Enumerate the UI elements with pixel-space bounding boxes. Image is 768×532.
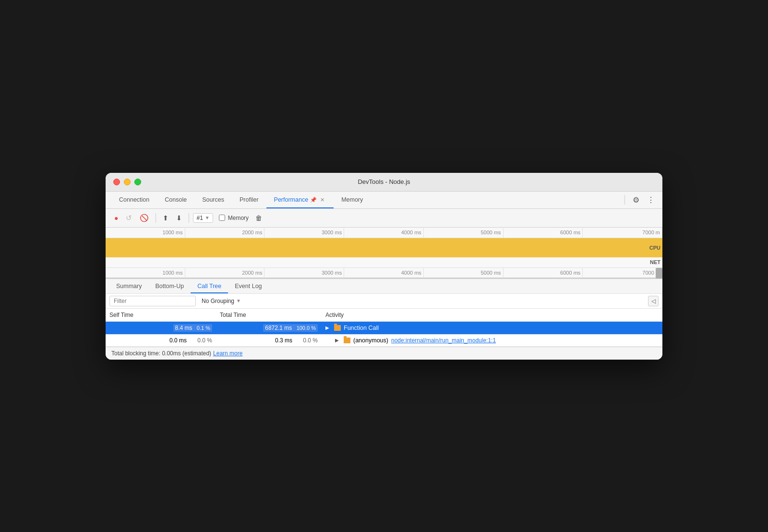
folder-icon: [334, 325, 341, 331]
tab-event-log[interactable]: Event Log: [228, 279, 268, 293]
minimize-button[interactable]: [124, 179, 131, 185]
ruler-mark-1: 2000 ms: [185, 227, 265, 238]
memory-checkbox-input[interactable]: [219, 215, 225, 221]
tab-bottom-up[interactable]: Bottom-Up: [148, 279, 191, 293]
record-id-label: #1: [196, 215, 203, 221]
status-text: Total blocking time: 0.00ms (estimated): [111, 350, 211, 357]
table-body: 8.4 ms 0.1 % 6872.1 ms 100.0 % ▶Function…: [106, 321, 662, 346]
activity-link[interactable]: node:internal/main/run_main_module:1:1: [391, 337, 496, 344]
ruler-mark-6: 7000 m: [583, 227, 662, 238]
tab-console[interactable]: Console: [157, 192, 194, 208]
toolbar: ● ↺ 🚫 ⬆ ⬇ #1 ▼ Memory 🗑: [106, 209, 662, 228]
activity-name: Function Call: [344, 325, 379, 331]
stop-icon: 🚫: [140, 214, 149, 222]
upload-button[interactable]: ⬆: [160, 212, 171, 224]
gear-icon: ⚙: [633, 195, 639, 205]
cpu-label: CPU: [649, 245, 660, 251]
reload-button[interactable]: ↺: [123, 212, 135, 224]
scrollbar-thumb[interactable]: [656, 268, 662, 278]
window-title: DevTools - Node.js: [358, 178, 410, 185]
record-icon: ●: [114, 214, 118, 222]
tab-profiler[interactable]: Profiler: [232, 192, 266, 208]
self-time-header: Self Time: [106, 309, 216, 322]
tab-close-icon[interactable]: ✕: [319, 196, 326, 204]
bottom-panel: Summary Bottom-Up Call Tree Event Log No…: [106, 278, 662, 347]
filter-row: No Grouping ▼ ◁: [106, 294, 662, 309]
self-time-value: 0.0 ms: [158, 337, 187, 344]
download-icon: ⬇: [176, 214, 182, 222]
nav-divider: [624, 195, 625, 205]
total-time-value: 6872.1 ms 100.0 %: [263, 324, 318, 332]
expand-arrow-icon[interactable]: ▶: [335, 338, 341, 343]
more-button[interactable]: ⋮: [645, 193, 657, 206]
expand-icon: ◁: [651, 298, 656, 304]
dropdown-icon: ▼: [236, 298, 241, 303]
memory-checkbox-label: Memory: [219, 215, 249, 221]
pin-icon: 📌: [310, 197, 317, 203]
ruler-mark-b2: 3000 ms: [264, 267, 344, 278]
settings-button[interactable]: ⚙: [631, 193, 641, 206]
timeline-section: 1000 ms 2000 ms 3000 ms 4000 ms 5000 ms …: [106, 228, 662, 278]
nav-tabs: Connection Console Sources Profiler Perf…: [106, 192, 662, 209]
tab-performance[interactable]: Performance 📌 ✕: [266, 192, 334, 208]
record-button[interactable]: ●: [111, 212, 121, 224]
ruler-mark-4: 5000 ms: [424, 227, 504, 238]
close-button[interactable]: [113, 179, 120, 185]
folder-icon: [344, 338, 350, 343]
download-button[interactable]: ⬇: [173, 212, 185, 224]
toolbar-divider-1: [156, 213, 156, 223]
select-dropdown-icon: ▼: [205, 215, 210, 220]
expand-arrow-icon[interactable]: ▶: [325, 325, 331, 330]
timeline-ruler-top: 1000 ms 2000 ms 3000 ms 4000 ms 5000 ms …: [106, 228, 662, 238]
nav-right-controls: ⚙ ⋮: [623, 193, 657, 206]
ruler-mark-b3: 4000 ms: [344, 267, 424, 278]
table-header-row: Self Time Total Time Activity: [106, 309, 662, 322]
cpu-bar[interactable]: CPU: [106, 238, 662, 257]
ruler-mark-b4: 5000 ms: [424, 267, 504, 278]
tab-summary[interactable]: Summary: [109, 279, 148, 293]
call-tree-table: Self Time Total Time Activity 8.4 ms 0.1…: [106, 309, 662, 347]
ruler-marks-top: 1000 ms 2000 ms 3000 ms 4000 ms 5000 ms …: [106, 227, 662, 238]
activity-name: (anonymous): [353, 337, 388, 344]
ruler-mark-3: 4000 ms: [344, 227, 424, 238]
filter-input[interactable]: [109, 296, 196, 306]
activity-header: Activity: [322, 309, 662, 322]
ruler-mark-b6: 7000 m: [583, 267, 662, 278]
table-row[interactable]: 8.4 ms 0.1 % 6872.1 ms 100.0 % ▶Function…: [106, 321, 662, 334]
self-time-value: 8.4 ms 0.1 %: [173, 324, 213, 332]
status-bar: Total blocking time: 0.00ms (estimated) …: [106, 347, 662, 360]
ruler-mark-0: 1000 ms: [106, 227, 185, 238]
traffic-lights: [113, 179, 141, 185]
ruler-marks-bottom: 1000 ms 2000 ms 3000 ms 4000 ms 5000 ms …: [106, 267, 662, 278]
trash-icon: 🗑: [255, 214, 262, 222]
total-time-pct: 0.0 %: [296, 337, 318, 344]
table-row[interactable]: 0.0 ms 0.0 %0.3 ms 0.0 %▶(anonymous)node…: [106, 334, 662, 346]
titlebar: DevTools - Node.js: [106, 173, 662, 192]
ruler-mark-b5: 6000 ms: [504, 267, 583, 278]
tab-connection[interactable]: Connection: [111, 192, 157, 208]
memory-label: Memory: [228, 215, 249, 221]
panel-tabs: Summary Bottom-Up Call Tree Event Log: [106, 279, 662, 294]
expand-panel-button[interactable]: ◁: [648, 296, 659, 306]
net-bar[interactable]: NET: [106, 257, 662, 268]
ruler-mark-5: 6000 ms: [504, 227, 583, 238]
tab-sources[interactable]: Sources: [194, 192, 232, 208]
learn-more-link[interactable]: Learn more: [213, 350, 242, 357]
tab-memory[interactable]: Memory: [334, 192, 371, 208]
maximize-button[interactable]: [134, 179, 141, 185]
ruler-mark-b1: 2000 ms: [185, 267, 265, 278]
tab-call-tree[interactable]: Call Tree: [191, 279, 228, 293]
ruler-mark-b0: 1000 ms: [106, 267, 185, 278]
timeline-ruler-bottom: 1000 ms 2000 ms 3000 ms 4000 ms 5000 ms …: [106, 268, 662, 278]
toolbar-divider-2: [189, 213, 189, 223]
delete-button[interactable]: 🗑: [252, 212, 265, 224]
upload-icon: ⬆: [163, 214, 168, 222]
stop-button[interactable]: 🚫: [137, 212, 152, 224]
net-label: NET: [650, 259, 660, 265]
more-icon: ⋮: [647, 195, 655, 205]
ruler-mark-2: 3000 ms: [264, 227, 344, 238]
record-select[interactable]: #1 ▼: [193, 213, 213, 223]
self-time-pct: 0.0 %: [191, 337, 212, 344]
grouping-select[interactable]: No Grouping ▼: [200, 296, 243, 306]
total-time-value: 0.3 ms: [264, 337, 292, 344]
